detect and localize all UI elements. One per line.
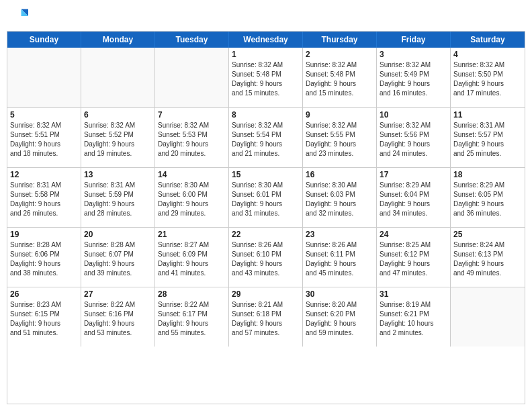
day-number: 11 <box>453 110 522 120</box>
day-cell-14: 14Sunrise: 8:30 AM Sunset: 6:00 PM Dayli… <box>155 168 229 227</box>
day-cell-30: 30Sunrise: 8:20 AM Sunset: 6:20 PM Dayli… <box>303 287 377 347</box>
day-info: Sunrise: 8:32 AM Sunset: 5:50 PM Dayligh… <box>453 60 522 98</box>
header <box>7 7 525 26</box>
day-cell-27: 27Sunrise: 8:22 AM Sunset: 6:16 PM Dayli… <box>81 287 155 347</box>
day-cell-empty-4-6 <box>451 287 525 347</box>
day-cell-3: 3Sunrise: 8:32 AM Sunset: 5:49 PM Daylig… <box>377 48 451 107</box>
day-info: Sunrise: 8:19 AM Sunset: 6:21 PM Dayligh… <box>380 300 447 338</box>
day-cell-empty-0-0 <box>7 48 81 107</box>
day-cell-13: 13Sunrise: 8:31 AM Sunset: 5:59 PM Dayli… <box>81 168 155 227</box>
day-cell-6: 6Sunrise: 8:32 AM Sunset: 5:52 PM Daylig… <box>81 108 155 167</box>
day-cell-12: 12Sunrise: 8:31 AM Sunset: 5:58 PM Dayli… <box>7 168 81 227</box>
day-cell-28: 28Sunrise: 8:22 AM Sunset: 6:17 PM Dayli… <box>155 287 229 347</box>
day-number: 20 <box>84 230 152 239</box>
day-cell-22: 22Sunrise: 8:26 AM Sunset: 6:10 PM Dayli… <box>229 228 303 287</box>
day-info: Sunrise: 8:31 AM Sunset: 5:59 PM Dayligh… <box>84 181 152 218</box>
day-number: 10 <box>380 110 447 120</box>
logo <box>9 7 30 26</box>
day-info: Sunrise: 8:28 AM Sunset: 6:07 PM Dayligh… <box>84 240 152 278</box>
day-number: 14 <box>158 170 226 179</box>
week-row-2: 5Sunrise: 8:32 AM Sunset: 5:51 PM Daylig… <box>7 107 525 167</box>
day-cell-5: 5Sunrise: 8:32 AM Sunset: 5:51 PM Daylig… <box>7 108 81 167</box>
day-cell-10: 10Sunrise: 8:32 AM Sunset: 5:56 PM Dayli… <box>377 108 451 167</box>
day-cell-20: 20Sunrise: 8:28 AM Sunset: 6:07 PM Dayli… <box>81 228 155 287</box>
day-info: Sunrise: 8:26 AM Sunset: 6:11 PM Dayligh… <box>306 240 373 278</box>
weekday-header-tuesday: Tuesday <box>155 32 229 48</box>
weekday-header-wednesday: Wednesday <box>229 32 303 48</box>
day-info: Sunrise: 8:30 AM Sunset: 6:03 PM Dayligh… <box>306 181 373 218</box>
day-info: Sunrise: 8:22 AM Sunset: 6:16 PM Dayligh… <box>84 300 152 338</box>
day-info: Sunrise: 8:30 AM Sunset: 6:01 PM Dayligh… <box>232 181 300 218</box>
day-info: Sunrise: 8:20 AM Sunset: 6:20 PM Dayligh… <box>306 300 373 338</box>
day-number: 28 <box>158 289 226 299</box>
day-number: 2 <box>306 50 373 59</box>
day-info: Sunrise: 8:27 AM Sunset: 6:09 PM Dayligh… <box>158 240 226 278</box>
day-cell-9: 9Sunrise: 8:32 AM Sunset: 5:55 PM Daylig… <box>303 108 377 167</box>
weekday-header-saturday: Saturday <box>451 32 525 48</box>
day-cell-7: 7Sunrise: 8:32 AM Sunset: 5:53 PM Daylig… <box>155 108 229 167</box>
day-number: 18 <box>453 170 522 179</box>
day-info: Sunrise: 8:32 AM Sunset: 5:55 PM Dayligh… <box>306 121 373 158</box>
day-info: Sunrise: 8:32 AM Sunset: 5:51 PM Dayligh… <box>10 121 78 158</box>
day-number: 22 <box>232 230 300 239</box>
day-info: Sunrise: 8:31 AM Sunset: 5:58 PM Dayligh… <box>10 181 78 218</box>
day-info: Sunrise: 8:29 AM Sunset: 6:04 PM Dayligh… <box>380 181 447 218</box>
day-number: 4 <box>453 50 522 59</box>
day-number: 24 <box>380 230 447 239</box>
day-number: 7 <box>158 110 226 120</box>
day-cell-25: 25Sunrise: 8:24 AM Sunset: 6:13 PM Dayli… <box>451 228 525 287</box>
weekday-header-thursday: Thursday <box>303 32 377 48</box>
day-number: 21 <box>158 230 226 239</box>
day-cell-21: 21Sunrise: 8:27 AM Sunset: 6:09 PM Dayli… <box>155 228 229 287</box>
day-cell-29: 29Sunrise: 8:21 AM Sunset: 6:18 PM Dayli… <box>229 287 303 347</box>
day-info: Sunrise: 8:26 AM Sunset: 6:10 PM Dayligh… <box>232 240 300 278</box>
day-cell-2: 2Sunrise: 8:32 AM Sunset: 5:48 PM Daylig… <box>303 48 377 107</box>
day-info: Sunrise: 8:25 AM Sunset: 6:12 PM Dayligh… <box>380 240 447 278</box>
day-info: Sunrise: 8:21 AM Sunset: 6:18 PM Dayligh… <box>232 300 300 338</box>
day-number: 17 <box>380 170 447 179</box>
day-info: Sunrise: 8:31 AM Sunset: 5:57 PM Dayligh… <box>453 121 522 158</box>
day-cell-24: 24Sunrise: 8:25 AM Sunset: 6:12 PM Dayli… <box>377 228 451 287</box>
day-cell-16: 16Sunrise: 8:30 AM Sunset: 6:03 PM Dayli… <box>303 168 377 227</box>
weekday-header-friday: Friday <box>377 32 451 48</box>
day-number: 26 <box>10 289 78 299</box>
week-row-4: 19Sunrise: 8:28 AM Sunset: 6:06 PM Dayli… <box>7 227 525 287</box>
day-number: 3 <box>380 50 447 59</box>
day-info: Sunrise: 8:32 AM Sunset: 5:56 PM Dayligh… <box>380 121 447 158</box>
day-number: 27 <box>84 289 152 299</box>
day-number: 25 <box>453 230 522 239</box>
day-number: 12 <box>10 170 78 179</box>
day-number: 15 <box>232 170 300 179</box>
day-cell-19: 19Sunrise: 8:28 AM Sunset: 6:06 PM Dayli… <box>7 228 81 287</box>
week-row-3: 12Sunrise: 8:31 AM Sunset: 5:58 PM Dayli… <box>7 167 525 227</box>
calendar-header: SundayMondayTuesdayWednesdayThursdayFrid… <box>7 32 525 48</box>
day-info: Sunrise: 8:32 AM Sunset: 5:52 PM Dayligh… <box>84 121 152 158</box>
day-cell-18: 18Sunrise: 8:29 AM Sunset: 6:05 PM Dayli… <box>451 168 525 227</box>
day-info: Sunrise: 8:28 AM Sunset: 6:06 PM Dayligh… <box>10 240 78 278</box>
day-number: 5 <box>10 110 78 120</box>
day-number: 30 <box>306 289 373 299</box>
day-number: 16 <box>306 170 373 179</box>
day-cell-8: 8Sunrise: 8:32 AM Sunset: 5:54 PM Daylig… <box>229 108 303 167</box>
day-info: Sunrise: 8:22 AM Sunset: 6:17 PM Dayligh… <box>158 300 226 338</box>
calendar: SundayMondayTuesdayWednesdayThursdayFrid… <box>7 31 525 404</box>
day-info: Sunrise: 8:24 AM Sunset: 6:13 PM Dayligh… <box>453 240 522 278</box>
day-number: 29 <box>232 289 300 299</box>
day-cell-11: 11Sunrise: 8:31 AM Sunset: 5:57 PM Dayli… <box>451 108 525 167</box>
day-number: 31 <box>380 289 447 299</box>
day-info: Sunrise: 8:32 AM Sunset: 5:49 PM Dayligh… <box>380 60 447 98</box>
day-number: 8 <box>232 110 300 120</box>
day-number: 19 <box>10 230 78 239</box>
day-info: Sunrise: 8:30 AM Sunset: 6:00 PM Dayligh… <box>158 181 226 218</box>
day-cell-15: 15Sunrise: 8:30 AM Sunset: 6:01 PM Dayli… <box>229 168 303 227</box>
page: SundayMondayTuesdayWednesdayThursdayFrid… <box>0 0 532 411</box>
day-cell-empty-0-2 <box>155 48 229 107</box>
day-cell-1: 1Sunrise: 8:32 AM Sunset: 5:48 PM Daylig… <box>229 48 303 107</box>
day-info: Sunrise: 8:32 AM Sunset: 5:48 PM Dayligh… <box>232 60 300 98</box>
day-cell-17: 17Sunrise: 8:29 AM Sunset: 6:04 PM Dayli… <box>377 168 451 227</box>
day-cell-23: 23Sunrise: 8:26 AM Sunset: 6:11 PM Dayli… <box>303 228 377 287</box>
weekday-header-monday: Monday <box>81 32 155 48</box>
day-cell-4: 4Sunrise: 8:32 AM Sunset: 5:50 PM Daylig… <box>451 48 525 107</box>
calendar-body: 1Sunrise: 8:32 AM Sunset: 5:48 PM Daylig… <box>7 48 525 347</box>
day-cell-26: 26Sunrise: 8:23 AM Sunset: 6:15 PM Dayli… <box>7 287 81 347</box>
